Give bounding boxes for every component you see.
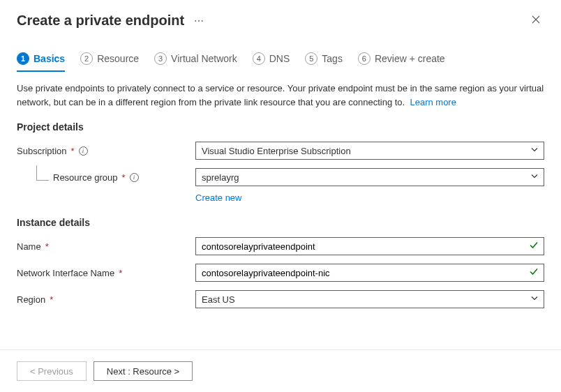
tab-label: Basics [33,53,65,64]
subscription-label: Subscription * i [17,146,195,156]
tab-content: Use private endpoints to privately conne… [0,72,561,310]
nic-label: Network Interface Name * [17,268,195,278]
required-asterisk: * [119,268,122,278]
tab-label: Review + create [375,53,445,64]
project-details-heading: Project details [17,121,544,133]
required-asterisk: * [45,241,49,252]
required-asterisk: * [122,172,126,183]
tab-step-badge: 1 [17,52,29,65]
previous-button: < Previous [17,361,87,381]
wizard-footer: < Previous Next : Resource > [0,349,561,392]
region-row: Region * East US [17,288,544,310]
required-asterisk: * [50,294,53,305]
next-button[interactable]: Next : Resource > [94,361,193,381]
info-icon[interactable]: i [130,173,139,182]
tab-label: Resource [97,53,139,64]
tab-label: Tags [322,53,343,64]
page-title: Create a private endpoint [17,13,184,29]
name-input[interactable] [195,237,544,255]
info-icon[interactable]: i [79,146,88,156]
tab-virtual-network[interactable]: 3 Virtual Network [154,52,237,72]
name-row: Name * [17,235,544,257]
tab-basics[interactable]: 1 Basics [17,52,65,72]
tree-line [36,165,49,181]
tab-step-badge: 3 [154,52,167,65]
tab-step-badge: 4 [253,52,265,65]
close-icon[interactable] [530,14,544,28]
tab-step-badge: 2 [80,52,93,65]
create-new-link[interactable]: Create new [17,193,544,203]
tab-dns[interactable]: 4 DNS [253,52,290,72]
resource-group-row: Resource group * i sprelayrg [17,166,544,188]
tab-step-badge: 6 [358,52,371,65]
resource-group-label: Resource group * i [17,172,195,183]
region-label: Region * [17,294,195,305]
learn-more-link[interactable]: Learn more [410,97,456,107]
required-asterisk: * [71,146,75,156]
tab-resource[interactable]: 2 Resource [80,52,139,72]
instance-details-heading: Instance details [17,217,544,228]
more-options-icon[interactable]: ⋯ [194,15,204,27]
name-label: Name * [17,241,195,252]
resource-group-select[interactable]: sprelayrg [195,168,544,186]
tab-label: Virtual Network [171,53,237,64]
nic-input[interactable] [195,264,544,282]
dialog-header: Create a private endpoint ⋯ [0,0,561,36]
tab-label: DNS [269,53,290,64]
nic-row: Network Interface Name * [17,262,544,284]
tab-review-create[interactable]: 6 Review + create [358,52,445,72]
subscription-select[interactable]: Visual Studio Enterprise Subscription [195,142,544,160]
subscription-row: Subscription * i Visual Studio Enterpris… [17,140,544,162]
intro-text: Use private endpoints to privately conne… [17,82,544,109]
tab-tags[interactable]: 5 Tags [305,52,343,72]
tab-step-badge: 5 [305,52,317,65]
region-select[interactable]: East US [195,290,544,308]
wizard-tabs: 1 Basics 2 Resource 3 Virtual Network 4 … [0,36,561,72]
